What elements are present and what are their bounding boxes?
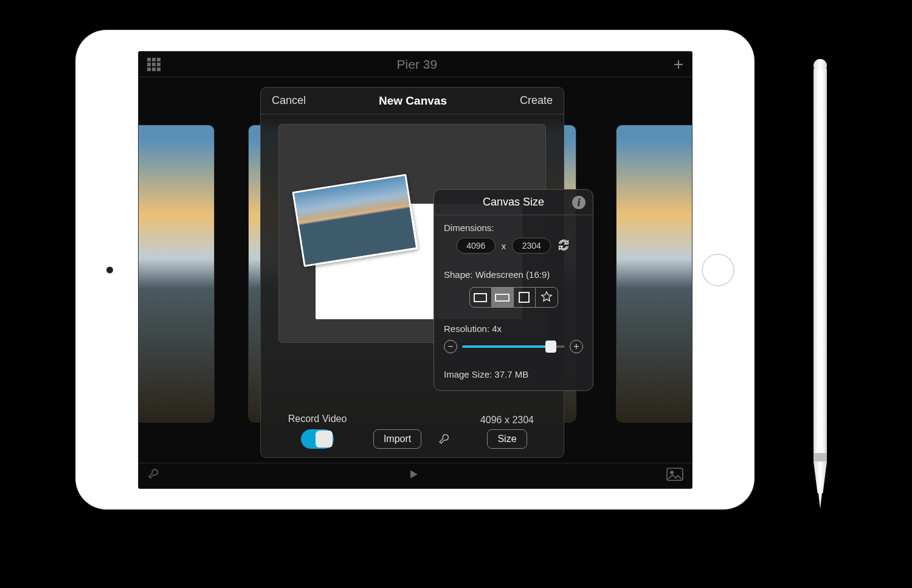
shape-favorite-option[interactable]	[536, 288, 558, 307]
settings-icon[interactable]	[147, 468, 161, 484]
modal-header: Cancel New Canvas Create	[261, 88, 564, 114]
info-icon[interactable]: i	[572, 196, 586, 209]
record-video-label: Record Video	[288, 413, 347, 424]
size-button[interactable]: Size	[487, 429, 527, 449]
resolution-slider[interactable]	[462, 345, 565, 348]
shape-label: Shape: Widescreen (16:9)	[444, 269, 550, 280]
app-screen: Pier 39 +	[138, 51, 693, 489]
app-topbar: Pier 39 +	[139, 52, 692, 77]
shape-landscape-option[interactable]	[470, 288, 492, 307]
photo-thumbnail	[617, 125, 693, 422]
popover-header: Canvas Size i	[434, 190, 593, 215]
carousel-card	[138, 125, 215, 423]
height-input[interactable]: 2304	[512, 238, 551, 254]
ipad-home-button[interactable]	[702, 254, 734, 286]
width-input[interactable]: 4096	[457, 238, 496, 254]
ipad-camera	[106, 266, 113, 273]
create-button[interactable]: Create	[520, 94, 553, 107]
popover-title: Canvas Size	[483, 196, 544, 209]
gallery-grid-icon[interactable]	[147, 58, 161, 71]
image-size-label: Image Size: 37.7 MB	[444, 369, 528, 379]
resolution-label: Resolution: 4x	[444, 323, 502, 334]
ipad-device-frame: Pier 39 +	[76, 30, 754, 509]
carousel-card	[616, 125, 693, 423]
resolution-decrease-button[interactable]: −	[444, 340, 457, 353]
tool-settings-icon[interactable]	[438, 433, 451, 449]
import-button[interactable]: Import	[373, 429, 421, 449]
shape-widescreen-option[interactable]	[492, 288, 514, 307]
modal-title: New Canvas	[379, 94, 447, 108]
apple-pencil	[814, 64, 827, 514]
play-icon[interactable]	[407, 468, 420, 483]
by-label: x	[502, 241, 506, 251]
swap-dimensions-icon[interactable]	[557, 238, 570, 254]
cancel-button[interactable]: Cancel	[272, 94, 306, 107]
shape-square-option[interactable]	[514, 288, 536, 307]
resolution-increase-button[interactable]: +	[570, 340, 583, 353]
add-icon[interactable]: +	[674, 55, 683, 74]
picture-icon[interactable]	[666, 468, 683, 484]
app-bottombar	[139, 463, 692, 488]
dimensions-label: Dimensions:	[444, 223, 494, 233]
canvas-size-popover: Canvas Size i Dimensions: 4096 x 2304 Sh…	[434, 189, 593, 391]
photo-thumbnail	[138, 125, 214, 422]
record-video-toggle[interactable]	[301, 429, 334, 449]
canvas-dimensions-text: 4096 x 2304	[480, 415, 534, 426]
svg-point-1	[671, 471, 674, 474]
shape-segmented-control	[469, 287, 558, 308]
document-title: Pier 39	[397, 57, 438, 72]
